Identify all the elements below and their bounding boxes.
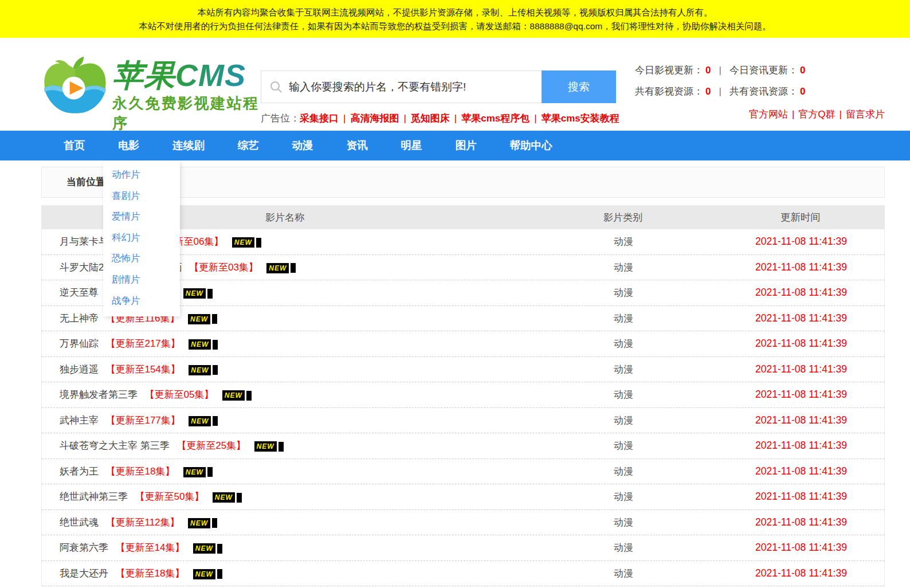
stat-label: 共有资讯资源： xyxy=(729,86,798,97)
update-time: 2021-11-08 11:41:39 xyxy=(718,312,884,324)
nav-item[interactable]: 电影 xyxy=(101,131,156,160)
new-badge-text: NEW xyxy=(254,441,277,452)
dropdown-item[interactable]: 喜剧片 xyxy=(103,185,180,206)
nav-item[interactable]: 明星 xyxy=(385,131,439,160)
new-badge-text: NEW xyxy=(193,569,215,579)
column-header-time: 更新时间 xyxy=(717,210,884,224)
movie-title-link[interactable]: 我是大还丹 xyxy=(60,568,108,579)
update-time: 2021-11-08 11:41:39 xyxy=(718,440,884,452)
new-badge-tail xyxy=(217,569,222,579)
movie-category[interactable]: 动漫 xyxy=(529,261,718,274)
movie-category[interactable]: 动漫 xyxy=(529,541,718,554)
new-badge-tail xyxy=(217,544,222,554)
new-badge-tail xyxy=(213,416,218,426)
nav-item[interactable]: 动漫 xyxy=(276,131,330,160)
official-links: 官方网站|官方Q群|留言求片| xyxy=(635,104,885,125)
disclaimer-line2: 本站不对使用者的行为负担任何法律责任，如果有因为本站而导致您的权益受到损害，请发… xyxy=(0,19,910,33)
movie-title-link[interactable]: 武神主宰 xyxy=(60,415,99,426)
stat-label: 今日影视更新： xyxy=(635,65,703,76)
disclaimer-banner: 本站所有内容均聚合收集于互联网主流视频网站，不提供影片资源存储，录制、上传相关视… xyxy=(0,0,910,38)
update-episode-label: 【更新至05集】 xyxy=(144,389,214,400)
dropdown-item[interactable]: 剧情片 xyxy=(103,269,180,290)
dropdown-item[interactable]: 科幻片 xyxy=(103,227,180,248)
search-button[interactable]: 搜索 xyxy=(542,70,616,103)
update-time: 2021-11-08 11:41:39 xyxy=(718,465,884,477)
movie-category[interactable]: 动漫 xyxy=(529,312,718,325)
nav-item[interactable]: 图片 xyxy=(439,131,493,160)
new-badge-text: NEW xyxy=(188,314,210,324)
ad-link[interactable]: 苹果cms安装教程 xyxy=(542,113,619,124)
movie-category[interactable]: 动漫 xyxy=(529,490,718,503)
new-badge: NEW xyxy=(193,569,222,579)
site-logo[interactable]: 苹果CMS 永久免费影视建站程序 xyxy=(41,53,261,134)
stat-value: 0 xyxy=(705,65,711,76)
movie-title-link[interactable]: 绝世武神第三季 xyxy=(60,491,128,502)
movie-category[interactable]: 动漫 xyxy=(529,235,718,248)
stat-label: 共有影视资源： xyxy=(635,86,703,97)
nav-item[interactable]: 帮助中心 xyxy=(493,131,569,160)
new-badge-tail xyxy=(246,391,252,401)
new-badge-tail xyxy=(291,263,296,273)
nav-item[interactable]: 连续剧 xyxy=(156,131,221,160)
update-episode-label: 【更新至217集】 xyxy=(105,338,180,349)
new-badge: NEW xyxy=(189,365,218,375)
movie-category[interactable]: 动漫 xyxy=(529,567,718,580)
movie-title-link[interactable]: 万界仙踪 xyxy=(60,338,99,349)
new-badge-text: NEW xyxy=(189,365,211,375)
ad-link[interactable]: 采集接口 xyxy=(300,113,339,124)
movie-category[interactable]: 动漫 xyxy=(529,439,718,452)
update-time: 2021-11-08 11:41:39 xyxy=(718,567,884,579)
official-link[interactable]: 留言求片 xyxy=(846,109,885,120)
new-badge-text: NEW xyxy=(183,467,206,477)
dropdown-item[interactable]: 爱情片 xyxy=(103,206,180,227)
new-badge-text: NEW xyxy=(222,390,245,401)
site-title: 苹果CMS xyxy=(112,58,261,92)
update-time: 2021-11-08 11:41:39 xyxy=(718,287,884,299)
nav-item[interactable]: 首页 xyxy=(47,131,101,160)
update-time: 2021-11-08 11:41:39 xyxy=(718,338,884,350)
nav-item[interactable]: 资讯 xyxy=(330,131,385,160)
column-header-category: 影片类别 xyxy=(528,211,717,224)
movie-category[interactable]: 动漫 xyxy=(529,337,718,350)
table-row: 境界触发者第三季 【更新至05集】 NEW 动漫 2021-11-08 11:4… xyxy=(42,382,884,408)
movie-category[interactable]: 动漫 xyxy=(529,414,718,427)
movie-title-link[interactable]: 无上神帝 xyxy=(60,313,99,324)
table-row: 阿衰第六季 【更新至14集】 NEW 动漫 2021-11-08 11:41:3… xyxy=(42,535,884,561)
new-badge: NEW xyxy=(232,237,261,248)
movie-title-link[interactable]: 独步逍遥 xyxy=(60,364,99,375)
update-episode-label: 【更新至154集】 xyxy=(105,364,180,375)
movie-category[interactable]: 动漫 xyxy=(529,465,718,478)
movie-category[interactable]: 动漫 xyxy=(529,516,718,529)
ad-link[interactable]: 苹果cms程序包 xyxy=(461,113,529,124)
movie-title-link[interactable]: 绝世武魂 xyxy=(60,517,99,528)
new-badge: NEW xyxy=(189,416,218,426)
movie-category[interactable]: 动漫 xyxy=(529,388,718,401)
new-badge-tail xyxy=(212,314,217,324)
new-badge: NEW xyxy=(189,339,218,350)
official-link[interactable]: 官方网站 xyxy=(749,109,788,120)
movie-title-link[interactable]: 境界触发者第三季 xyxy=(60,389,138,400)
movie-title-link[interactable]: 斗破苍穹之大主宰 第三季 xyxy=(60,440,170,451)
update-episode-label: 【更新至03集】 xyxy=(189,262,258,273)
update-episode-label: 【更新至18集】 xyxy=(105,466,175,477)
movie-category[interactable]: 动漫 xyxy=(529,286,718,299)
nav-item[interactable]: 综艺 xyxy=(221,131,276,160)
movie-category[interactable]: 动漫 xyxy=(529,363,718,376)
movie-title-link[interactable]: 阿衰第六季 xyxy=(60,542,108,553)
separator: | xyxy=(403,113,406,124)
dropdown-item[interactable]: 动作片 xyxy=(103,164,180,185)
separator: | xyxy=(534,113,536,124)
official-link[interactable]: 官方Q群 xyxy=(798,109,835,120)
dropdown-item[interactable]: 战争片 xyxy=(103,290,180,311)
search-input[interactable] xyxy=(289,81,529,93)
update-episode-label: 【更新至18集】 xyxy=(115,568,185,579)
ad-link[interactable]: 高清海报图 xyxy=(350,113,399,124)
new-badge-text: NEW xyxy=(189,339,211,350)
stats-row-today: 今日影视更新：0|今日资讯更新：0 xyxy=(635,60,885,81)
dropdown-item[interactable]: 恐怖片 xyxy=(103,248,180,269)
ad-link[interactable]: 觅知图床 xyxy=(411,113,450,124)
ad-links-row: 广告位：采集接口|高清海报图|觅知图床|苹果cms程序包|苹果cms安装教程| xyxy=(261,112,616,125)
movie-title-link[interactable]: 妖者为王 xyxy=(60,466,99,477)
separator: | xyxy=(454,113,457,124)
movie-title-link[interactable]: 逆天至尊 xyxy=(60,287,99,298)
